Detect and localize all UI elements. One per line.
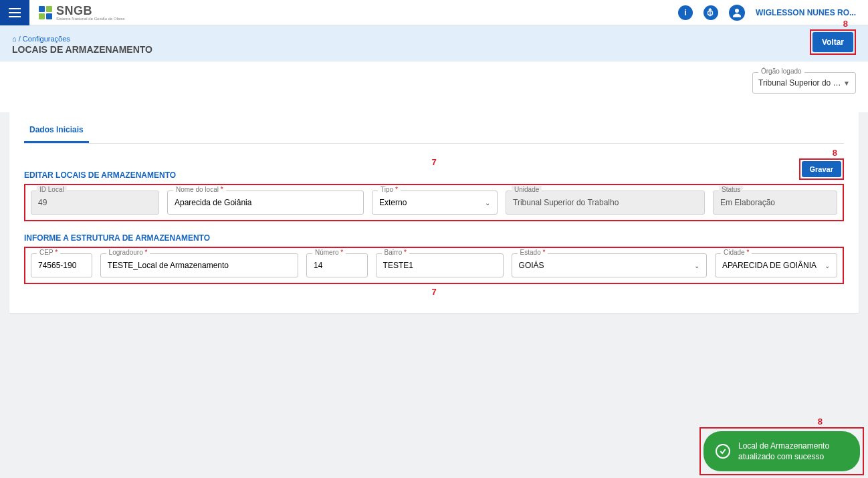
accessibility-icon[interactable]: ⦽ <box>703 5 718 20</box>
breadcrumb-home[interactable]: ⌂ <box>12 35 17 43</box>
section1-title: EDITAR LOCAIS DE ARMAZENAMENTO <box>24 170 799 180</box>
bairro-field[interactable]: Bairro * <box>376 253 504 277</box>
orgao-label: Órgão logado <box>758 68 804 75</box>
gravar-button[interactable]: Gravar <box>802 161 841 177</box>
annotation-8: 8 <box>843 19 848 29</box>
hamburger-icon <box>9 8 21 17</box>
info-icon[interactable]: i <box>678 5 693 20</box>
logo-text: SNGB <box>56 4 124 18</box>
toast-message: Local de Armazenamentoatualizado com suc… <box>738 441 829 462</box>
check-circle-icon <box>716 444 730 459</box>
logo-squares-icon <box>39 6 52 19</box>
section2-title: INFORME A ESTRUTURA DE ARMAZENAMENTO <box>24 233 844 243</box>
id-local-input <box>38 198 152 207</box>
tipo-select[interactable]: Tipo * ⌄ <box>372 191 498 215</box>
annotation-7: 7 <box>431 157 436 167</box>
estado-select[interactable]: Estado * ⌄ <box>512 253 707 277</box>
chevron-down-icon: ⌄ <box>825 262 830 269</box>
chevron-down-icon: ▼ <box>843 80 850 87</box>
annotation-8: 8 <box>818 416 823 427</box>
status-input <box>720 198 830 207</box>
annotation-8: 8 <box>833 148 837 158</box>
svg-point-0 <box>735 9 739 13</box>
app-logo: SNGB Sistema Nacional de Gestão de Obras <box>29 4 124 21</box>
success-toast: Local de Armazenamentoatualizado com suc… <box>703 431 860 471</box>
home-icon: ⌂ <box>12 35 17 43</box>
cep-field[interactable]: CEP * <box>31 253 92 277</box>
logradouro-field[interactable]: Logradouro * <box>100 253 298 277</box>
orgao-logado-select[interactable]: Órgão logado Tribunal Superior do Tra...… <box>752 72 856 94</box>
user-name-label[interactable]: WIGLESSON NUNES RO... <box>756 8 856 17</box>
logradouro-input[interactable] <box>108 261 291 270</box>
tab-dados-iniciais[interactable]: Dados Iniciais <box>24 125 89 143</box>
user-avatar-icon[interactable] <box>729 5 745 21</box>
annotation-7: 7 <box>24 287 844 297</box>
estado-value[interactable] <box>519 261 690 270</box>
bairro-input[interactable] <box>383 261 496 270</box>
status-field: Status <box>713 191 837 215</box>
nome-local-input[interactable] <box>175 198 356 207</box>
unidade-input <box>513 198 697 207</box>
cep-input[interactable] <box>38 261 85 270</box>
chevron-down-icon: ⌄ <box>485 199 490 207</box>
numero-field[interactable]: Número * <box>306 253 368 277</box>
orgao-value: Tribunal Superior do Tra... <box>758 78 843 88</box>
unidade-field: Unidade <box>506 191 705 215</box>
tipo-value[interactable] <box>379 198 481 207</box>
breadcrumb: ⌂ / Configurações <box>12 35 810 43</box>
nome-local-field[interactable]: Nome do local * <box>167 191 364 215</box>
chevron-down-icon: ⌄ <box>694 262 699 269</box>
cidade-select[interactable]: Cidade * ⌄ <box>715 253 837 277</box>
cidade-value[interactable] <box>722 261 821 270</box>
hamburger-menu-button[interactable] <box>0 0 29 25</box>
logo-subtitle: Sistema Nacional de Gestão de Obras <box>56 17 124 21</box>
page-title: LOCAIS DE ARMAZENAMENTO <box>12 44 810 55</box>
numero-input[interactable] <box>314 261 360 270</box>
id-local-field: ID Local <box>31 191 159 215</box>
voltar-button[interactable]: Voltar <box>812 32 853 52</box>
breadcrumb-config[interactable]: Configurações <box>23 35 70 43</box>
